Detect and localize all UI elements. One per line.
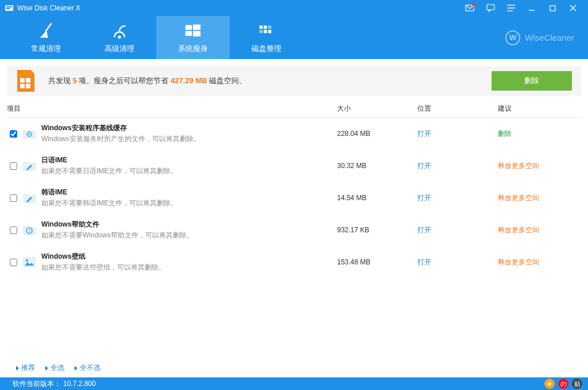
svg-rect-24 xyxy=(20,78,25,83)
select-none-link[interactable]: 全不选 xyxy=(75,363,100,373)
row-title: 日语IME xyxy=(41,155,337,165)
brand-logo-icon: W xyxy=(505,30,520,45)
row-desc: 如果您不需要Windows帮助文件，可以将其删除。 xyxy=(41,231,337,240)
close-button[interactable] xyxy=(563,0,583,16)
maximize-button[interactable] xyxy=(542,0,563,16)
open-link[interactable]: 打开 xyxy=(417,162,431,170)
broom-icon xyxy=(37,22,55,40)
row-icon xyxy=(22,127,37,141)
row-desc: Windows安装服务时所产生的文件，可以将其删除。 xyxy=(41,134,337,144)
select-all-link[interactable]: 全选 xyxy=(45,363,64,373)
list-item: ?Windows帮助文件如果您不需要Windows帮助文件，可以将其删除。932… xyxy=(7,214,581,246)
row-size: 30.32 MB xyxy=(337,162,417,170)
row-size: 153.48 MB xyxy=(337,258,417,266)
feedback-icon[interactable] xyxy=(480,0,501,16)
open-link[interactable]: 打开 xyxy=(417,258,431,266)
row-icon: ? xyxy=(22,223,37,237)
statusbar: 软件当前版本： 10.7.2.800 ★ の 贴 xyxy=(0,377,588,390)
app-icon xyxy=(5,3,14,13)
col-size: 大小 xyxy=(337,104,417,114)
titlebar: Wise Disk Cleaner X xyxy=(0,0,588,16)
svg-rect-1 xyxy=(6,6,12,7)
nav-label: 常规清理 xyxy=(31,44,61,54)
row-desc: 如果您不需要日语IME文件，可以将其删除。 xyxy=(41,166,337,176)
vacuum-icon xyxy=(110,22,129,40)
row-suggestion: 释放更多空间 xyxy=(498,258,581,267)
row-title: Windows壁纸 xyxy=(41,252,337,262)
minimize-button[interactable] xyxy=(521,0,542,16)
nav-label: 高级清理 xyxy=(105,44,134,54)
row-icon xyxy=(22,255,37,269)
weibo-icon[interactable]: の xyxy=(558,379,568,389)
row-desc: 如果您不需要这些壁纸，可以将其删除。 xyxy=(41,263,337,272)
row-suggestion: 释放更多空间 xyxy=(498,161,581,171)
svg-rect-25 xyxy=(26,78,30,83)
delete-button[interactable]: 删除 xyxy=(492,71,572,91)
notification-dot xyxy=(472,3,475,6)
svg-rect-2 xyxy=(6,8,10,9)
nav-tab-broom[interactable]: 常规清理 xyxy=(9,16,83,59)
svg-rect-22 xyxy=(264,30,267,33)
row-checkbox[interactable] xyxy=(10,130,17,138)
tieba-icon[interactable]: 贴 xyxy=(572,379,582,389)
app-title: Wise Disk Cleaner X xyxy=(17,4,80,12)
svg-rect-9 xyxy=(550,6,555,11)
svg-point-33 xyxy=(26,259,28,262)
menu-icon[interactable] xyxy=(501,0,521,16)
open-link[interactable]: 打开 xyxy=(417,226,431,234)
col-suggestion: 建议 xyxy=(498,104,581,114)
row-icon xyxy=(22,159,37,173)
row-checkbox[interactable] xyxy=(10,194,17,202)
mail-icon[interactable] xyxy=(459,0,480,16)
row-size: 932.17 KB xyxy=(337,226,417,234)
open-link[interactable]: 打开 xyxy=(417,194,431,202)
column-headers: 项目 大小 位置 建议 xyxy=(7,104,581,118)
svg-point-13 xyxy=(118,36,121,38)
version-label: 软件当前版本： xyxy=(13,379,61,389)
svg-rect-18 xyxy=(260,25,263,29)
brand: W WiseCleaner xyxy=(505,16,588,59)
row-icon xyxy=(22,191,37,205)
svg-rect-15 xyxy=(193,24,200,29)
row-size: 14.54 MB xyxy=(337,194,417,202)
col-item: 项目 xyxy=(7,104,337,114)
open-link[interactable]: 打开 xyxy=(417,130,431,138)
nav-tab-windows[interactable]: 系统瘦身 xyxy=(156,16,230,59)
nav-tab-vacuum[interactable]: 高级清理 xyxy=(83,16,156,59)
list-item: Windows安装程序基线缓存Windows安装服务时所产生的文件，可以将其删除… xyxy=(7,118,581,150)
col-location: 位置 xyxy=(417,104,498,114)
svg-rect-17 xyxy=(193,31,200,36)
row-checkbox[interactable] xyxy=(10,259,17,266)
version-value: 10.7.2.800 xyxy=(63,380,96,388)
recommend-link[interactable]: 推荐 xyxy=(16,363,35,373)
nav-tab-defrag[interactable]: 磁盘整理 xyxy=(230,16,303,59)
triangle-icon xyxy=(75,366,78,370)
bottom-links: 推荐 全选 全不选 xyxy=(0,360,588,377)
summary-count: 5 xyxy=(73,76,77,85)
list-item: 日语IME如果您不需要日语IME文件，可以将其删除。30.32 MB打开释放更多… xyxy=(7,150,581,182)
row-suggestion: 释放更多空间 xyxy=(498,225,581,235)
nav-label: 系统瘦身 xyxy=(178,44,208,54)
row-checkbox[interactable] xyxy=(10,227,17,234)
svg-point-29 xyxy=(29,134,30,135)
summary-text: 共发现 5 项。瘦身之后可以帮您节省 427.29 MB 磁盘空间。 xyxy=(48,76,246,86)
nav-label: 磁盘整理 xyxy=(252,44,281,54)
favorite-icon[interactable]: ★ xyxy=(544,379,555,389)
row-size: 228.04 MB xyxy=(337,130,417,138)
row-suggestion: 删除 xyxy=(498,129,581,139)
svg-rect-16 xyxy=(185,31,192,36)
svg-rect-27 xyxy=(26,84,30,88)
list-item: Windows壁纸如果您不需要这些壁纸，可以将其删除。153.48 MB打开释放… xyxy=(7,246,581,278)
svg-line-12 xyxy=(46,24,51,30)
svg-rect-14 xyxy=(185,25,192,29)
summary-icon xyxy=(16,70,36,92)
svg-rect-26 xyxy=(20,84,25,88)
brand-label: WiseCleaner xyxy=(525,33,574,42)
row-checkbox[interactable] xyxy=(10,162,17,170)
triangle-icon xyxy=(45,366,48,370)
svg-rect-21 xyxy=(260,30,263,33)
triangle-icon xyxy=(16,366,19,370)
svg-text:?: ? xyxy=(28,229,30,233)
windows-icon xyxy=(184,22,202,40)
svg-rect-19 xyxy=(264,25,267,29)
